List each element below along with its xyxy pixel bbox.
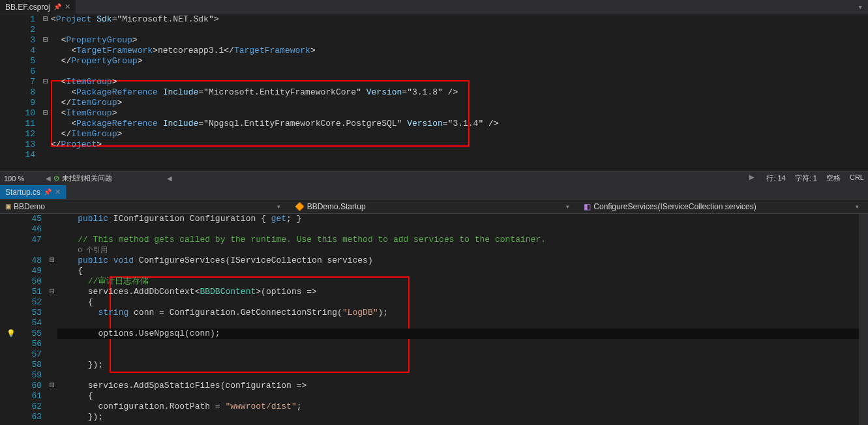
fold-toggle[interactable]: ⊟ xyxy=(40,35,51,46)
check-icon: ⊘ xyxy=(53,174,59,183)
fold-toggle[interactable] xyxy=(47,266,57,276)
fold-toggle[interactable] xyxy=(40,139,51,150)
fold-toggle[interactable] xyxy=(47,297,57,308)
namespace-icon: ▣ xyxy=(5,203,11,210)
fold-toggle[interactable] xyxy=(47,235,57,245)
char-indicator[interactable]: 字符: 1 xyxy=(795,173,817,183)
code-lens-references[interactable]: 0 个引用 xyxy=(78,246,108,254)
fold-toggle[interactable] xyxy=(47,214,57,224)
fold-toggle[interactable]: ⊟ xyxy=(40,108,51,119)
fold-toggle[interactable] xyxy=(47,224,57,235)
fold-toggle[interactable]: ⊟ xyxy=(47,256,57,266)
method-icon: ◧ xyxy=(584,202,591,211)
fold-toggle[interactable] xyxy=(47,276,57,287)
fold-toggle[interactable] xyxy=(47,360,57,370)
scroll-left-icon[interactable]: ◀ xyxy=(43,175,53,182)
fold-toggle[interactable] xyxy=(40,66,51,77)
chevron-down-icon: ▾ xyxy=(566,203,573,210)
tab-title: BB.EF.csproj xyxy=(5,3,50,12)
status-bar-top: 100 % ◀ ⊘ 未找到相关问题 ◀ ▶ 行: 14 字符: 1 空格 CRL xyxy=(0,171,868,185)
vertical-scrollbar[interactable] xyxy=(859,214,868,425)
editor-pane-csproj: 1234567891011121314⊟⊟⊟⊟<Project Sdk="Mic… xyxy=(0,14,868,171)
fold-toggle[interactable]: ⊟ xyxy=(47,381,57,391)
code-content[interactable]: <Project Sdk="Microsoft.NET.Sdk"> <Prope… xyxy=(51,14,868,160)
tab-bar-top: BB.EF.csproj 📌 ✕ ▾ xyxy=(0,0,868,14)
fold-toggle[interactable]: ⊟ xyxy=(47,287,57,297)
tab-title: Startup.cs xyxy=(5,188,40,197)
spaces-indicator[interactable]: 空格 xyxy=(826,173,841,183)
lightbulb-icon[interactable]: 💡 xyxy=(7,329,16,339)
class-icon: 🔶 xyxy=(295,202,305,211)
nav-method[interactable]: ◧ ConfigureServices(IServiceCollection s… xyxy=(578,202,868,211)
fold-toggle[interactable] xyxy=(40,46,51,56)
tab-startup[interactable]: Startup.cs 📌 ✕ xyxy=(0,185,67,199)
code-content[interactable]: public IConfiguration Configuration { ge… xyxy=(57,214,868,422)
line-indicator[interactable]: 行: 14 xyxy=(766,173,785,183)
fold-toggle[interactable] xyxy=(40,119,51,129)
editor-pane-startup: 45464748495051525354555657585960616263⊟⊟… xyxy=(0,214,868,425)
scroll-nav-right-icon[interactable]: ▶ xyxy=(747,173,757,183)
close-icon[interactable]: ✕ xyxy=(65,3,70,11)
scroll-nav-left-icon[interactable]: ◀ xyxy=(164,175,175,182)
chevron-down-icon: ▾ xyxy=(856,203,863,210)
tab-csproj[interactable]: BB.EF.csproj 📌 ✕ xyxy=(0,0,76,14)
nav-method-label: ConfigureServices(IServiceCollection ser… xyxy=(593,202,756,211)
tab-bar-bottom: Startup.cs 📌 ✕ xyxy=(0,185,868,199)
fold-toggle[interactable] xyxy=(47,308,57,318)
issues-label[interactable]: 未找到相关问题 xyxy=(62,173,112,183)
fold-toggle[interactable] xyxy=(40,87,51,98)
fold-toggle[interactable] xyxy=(40,98,51,108)
fold-toggle[interactable] xyxy=(40,150,51,160)
fold-toggle[interactable] xyxy=(40,129,51,139)
nav-class-label: BBDemo.Startup xyxy=(307,202,366,211)
fold-toggle[interactable] xyxy=(40,25,51,35)
fold-toggle[interactable] xyxy=(47,329,57,339)
close-icon[interactable]: ✕ xyxy=(55,188,61,196)
fold-toggle[interactable] xyxy=(47,245,57,256)
fold-toggle[interactable] xyxy=(47,391,57,402)
fold-toggle[interactable] xyxy=(47,412,57,422)
tab-overflow-button[interactable]: ▾ xyxy=(852,0,868,14)
fold-toggle[interactable] xyxy=(47,370,57,381)
fold-toggle[interactable] xyxy=(40,56,51,66)
pin-icon[interactable]: 📌 xyxy=(53,3,61,10)
nav-namespace-label: BBDemo xyxy=(14,202,45,211)
fold-toggle[interactable] xyxy=(47,402,57,412)
pin-icon[interactable]: 📌 xyxy=(44,188,52,196)
nav-namespace[interactable]: ▣ BBDemo ▾ xyxy=(0,202,290,211)
chevron-down-icon: ▾ xyxy=(277,203,284,210)
fold-toggle[interactable] xyxy=(47,318,57,329)
nav-class[interactable]: 🔶 BBDemo.Startup ▾ xyxy=(290,202,579,211)
fold-toggle[interactable] xyxy=(47,339,57,349)
navigation-bar: ▣ BBDemo ▾ 🔶 BBDemo.Startup ▾ ◧ Configur… xyxy=(0,199,868,214)
zoom-level[interactable]: 100 % xyxy=(4,175,43,183)
crlf-indicator[interactable]: CRL xyxy=(850,173,864,183)
fold-toggle[interactable]: ⊟ xyxy=(40,14,51,25)
fold-toggle[interactable] xyxy=(47,349,57,360)
fold-toggle[interactable]: ⊟ xyxy=(40,77,51,87)
